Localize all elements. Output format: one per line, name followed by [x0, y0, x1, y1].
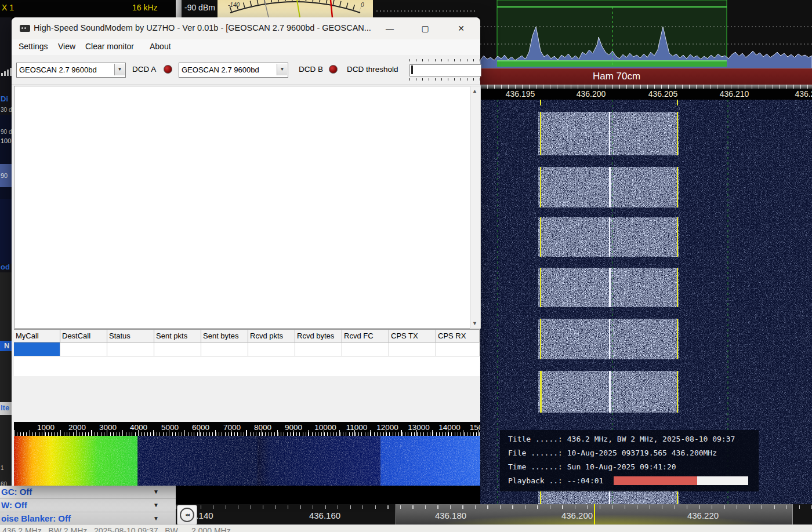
frequency-ruler-ticks[interactable]	[480, 85, 812, 89]
panel-divider	[176, 0, 182, 17]
col-rcvd-fc[interactable]: Rcvd FC	[342, 330, 389, 342]
audio-waterfall[interactable]	[14, 436, 480, 486]
tuning-bar[interactable]: .140 436.160 436.180 436.200 436.220	[176, 504, 812, 524]
menu-about[interactable]: About	[150, 42, 171, 51]
close-button[interactable]: ✕	[448, 17, 474, 39]
chevron-down-icon: ▼	[153, 489, 159, 495]
col-cps-tx[interactable]: CPS TX	[389, 330, 436, 342]
maximize-button[interactable]: ▢	[412, 17, 438, 39]
monitor-area[interactable]	[14, 86, 473, 329]
table-cell[interactable]	[342, 342, 389, 356]
col-rcvd-bytes[interactable]: Rcvd bytes	[295, 330, 342, 342]
chevron-down-icon: ▼	[153, 515, 159, 522]
signal-meter: -140 0	[217, 0, 373, 17]
span-width-label: 16 kHz	[132, 3, 158, 12]
playback-progress-track[interactable]	[614, 476, 748, 485]
table-cell[interactable]	[201, 342, 248, 356]
signal-bars-icon	[1, 67, 12, 76]
chevron-down-icon[interactable]: ▼	[114, 64, 125, 75]
table-cell[interactable]	[248, 342, 295, 356]
bw-label: W: Off	[1, 500, 27, 510]
rewind-button[interactable]: ◂◂	[177, 505, 197, 525]
table-cell-selected[interactable]	[14, 342, 60, 356]
audio-waterfall-canvas	[14, 436, 480, 486]
dcd-threshold-label: DCD threshold	[347, 65, 398, 74]
table-cell[interactable]	[295, 342, 342, 356]
scroll-up-icon[interactable]: ▲	[470, 86, 479, 96]
col-destcall[interactable]: DestCall	[60, 330, 107, 342]
tune-label-436200: 436.200	[561, 511, 593, 520]
frequency-ruler-labels[interactable]: 436.195 436.200 436.205 436.210 436.2	[480, 89, 812, 100]
left-fragment-od: od	[1, 263, 10, 271]
scroll-down-icon[interactable]: ▼	[470, 319, 479, 328]
packet-burst	[538, 490, 679, 504]
status-bar: 436.2 MHz BW 2 MHz 2025-08-10 09:37 BW 2…	[0, 524, 812, 532]
table-cell[interactable]	[107, 342, 154, 356]
mini-spectrum-bg	[0, 115, 12, 199]
segment-separator	[792, 504, 793, 524]
dsp-controls-panel: GC: Off ▼ W: Off ▼ oise Blanker: Off ▼	[0, 486, 176, 524]
recording-info-panel: Title .....: 436.2 MHz, BW 2 MHz, 2025-0…	[500, 430, 759, 491]
noise-blanker-dropdown[interactable]: oise Blanker: Off ▼	[0, 512, 176, 524]
packet-burst	[538, 268, 679, 307]
dcd-a-led	[164, 65, 172, 74]
left-fragment-1: 1	[1, 465, 4, 471]
table-cell[interactable]	[436, 342, 480, 356]
title-bar[interactable]: High-Speed SoundModem by UZ7HO - Ver 0.0…	[12, 17, 480, 39]
modem-a-value: GEOSCAN 2.7 9600bd	[19, 65, 97, 74]
left-dark-panel: N lte 1 60	[0, 272, 12, 486]
tuning-bar-ticks	[176, 505, 812, 509]
meter-dial	[217, 0, 373, 17]
info-file-line: File ......: 10-Aug-2025 093719.565 436.…	[508, 449, 717, 457]
left-fragment-90d: 90 d	[1, 129, 12, 135]
agc-dropdown[interactable]: GC: Off ▼	[0, 486, 176, 499]
sdr-top-bar: X 1 16 kHz	[0, 0, 176, 17]
sdr-left-panel-sliver: Di 30 d 90 d 100 90 od N lte 1 60	[0, 17, 12, 486]
packet-burst	[538, 217, 679, 257]
spectrum-display[interactable]	[480, 0, 812, 68]
dcd-b-label: DCD B	[299, 65, 323, 74]
monitor-scrollbar[interactable]: ▲ ▼	[470, 86, 481, 329]
segment-separator	[396, 504, 396, 524]
modem-a-select[interactable]: GEOSCAN 2.7 9600bd ▼	[16, 63, 126, 78]
menu-clear-monitor[interactable]: Clear monitor	[85, 42, 134, 51]
col-mycall[interactable]: MyCall	[14, 330, 60, 342]
agc-label: GC: Off	[1, 487, 32, 497]
dcd-threshold-slider[interactable]	[409, 64, 481, 76]
col-rcvd-pkts[interactable]: Rcvd pkts	[248, 330, 295, 342]
col-sent-bytes[interactable]: Sent bytes	[201, 330, 248, 342]
status-bar-text: 436.2 MHz BW 2 MHz 2025-08-10 09:37 BW 2…	[2, 526, 231, 532]
col-status[interactable]: Status	[107, 330, 154, 342]
packet-burst	[538, 319, 679, 359]
left-fragment-30d: 30 d	[1, 107, 12, 113]
modem-b-select[interactable]: GEOSCAN 2.7 9600bd ▼	[179, 63, 288, 78]
mini-waterfall	[0, 199, 12, 264]
left-fragment-100: 100	[1, 137, 11, 144]
zoom-mult-label: X 1	[2, 3, 14, 12]
threshold-ticks-top	[409, 59, 480, 61]
bw-dropdown[interactable]: W: Off ▼	[0, 499, 176, 512]
meter-needle-gray	[264, 0, 269, 17]
freq-label-436205: 436.205	[648, 89, 678, 99]
menu-bar: Settings View Clear monitor About	[12, 39, 480, 55]
chevron-down-icon[interactable]: ▼	[277, 64, 287, 75]
col-cps-rx[interactable]: CPS RX	[436, 330, 480, 342]
power-dbm-label: -90 dBm	[184, 3, 215, 12]
band-label: Ham 70cm	[480, 71, 753, 82]
menu-settings[interactable]: Settings	[19, 42, 48, 51]
table-cell[interactable]	[154, 342, 201, 356]
left-fragment-90: 90	[1, 172, 8, 179]
threshold-slider-thumb[interactable]	[411, 65, 413, 74]
scale-major-ticks	[14, 430, 480, 436]
minimize-button[interactable]: —	[377, 17, 403, 39]
freq-label-436210: 436.210	[720, 89, 749, 99]
left-fragment-n: N	[4, 341, 9, 350]
table-cell[interactable]	[389, 342, 436, 356]
info-time-line: Time ......: Sun 10-Aug-2025 09:41:20	[508, 462, 676, 471]
col-sent-pkts[interactable]: Sent pkts	[154, 330, 201, 342]
table-cell[interactable]	[60, 342, 107, 356]
threshold-ticks-bottom	[409, 78, 480, 81]
packet-burst	[538, 371, 679, 413]
spectrum-plot	[480, 0, 812, 68]
menu-view[interactable]: View	[58, 42, 75, 51]
